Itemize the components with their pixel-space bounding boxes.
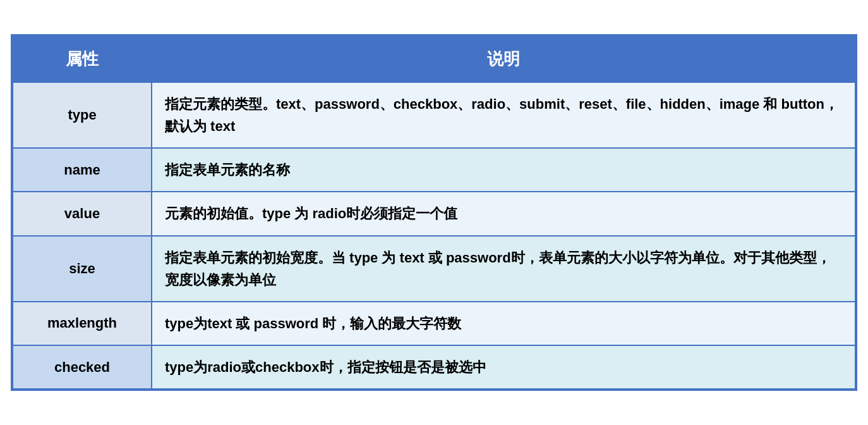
table-row: maxlengthtype为text 或 password 时，输入的最大字符数	[13, 302, 855, 345]
attr-cell: value	[13, 192, 152, 235]
desc-column-header: 说明	[152, 36, 855, 82]
desc-cell: 指定表单元素的名称	[152, 148, 855, 192]
attr-cell: maxlength	[13, 302, 152, 345]
desc-cell: 指定表单元素的初始宽度。当 type 为 text 或 password时，表单…	[152, 236, 855, 302]
desc-cell: type为radio或checkbox时，指定按钮是否是被选中	[152, 345, 855, 389]
table-row: value元素的初始值。type 为 radio时必须指定一个值	[13, 192, 855, 235]
desc-cell: 指定元素的类型。text、password、checkbox、radio、sub…	[152, 82, 855, 148]
table-row: size指定表单元素的初始宽度。当 type 为 text 或 password…	[13, 236, 855, 302]
attr-cell: name	[13, 148, 152, 192]
table-row: type指定元素的类型。text、password、checkbox、radio…	[13, 82, 855, 148]
table-row: name指定表单元素的名称	[13, 148, 855, 192]
attr-cell: checked	[13, 345, 152, 389]
main-table-container: 属性 说明 type指定元素的类型。text、password、checkbox…	[11, 34, 857, 391]
desc-cell: type为text 或 password 时，输入的最大字符数	[152, 302, 855, 345]
attr-cell: size	[13, 236, 152, 302]
attr-cell: type	[13, 82, 152, 148]
desc-cell: 元素的初始值。type 为 radio时必须指定一个值	[152, 192, 855, 235]
attr-column-header: 属性	[13, 36, 152, 82]
table-row: checkedtype为radio或checkbox时，指定按钮是否是被选中	[13, 345, 855, 389]
attributes-table: 属性 说明 type指定元素的类型。text、password、checkbox…	[12, 35, 856, 390]
table-header-row: 属性 说明	[13, 36, 855, 82]
